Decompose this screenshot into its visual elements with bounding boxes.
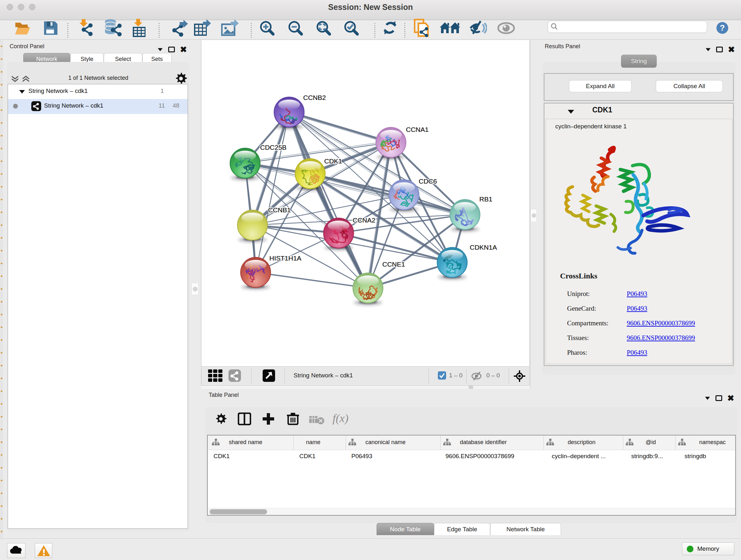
- svg-text:CCNE1: CCNE1: [382, 260, 405, 268]
- svg-text:CCNA1: CCNA1: [406, 126, 428, 133]
- svg-text:CCNA2: CCNA2: [353, 216, 375, 224]
- svg-text:CDC6: CDC6: [419, 178, 437, 185]
- svg-text:CDK1: CDK1: [324, 158, 342, 165]
- svg-text:CDKN1A: CDKN1A: [470, 244, 497, 251]
- svg-text:CDC25B: CDC25B: [260, 144, 286, 151]
- svg-text:CCNB2: CCNB2: [303, 94, 326, 101]
- svg-text:RB1: RB1: [479, 195, 492, 203]
- svg-text:HIST1H1A: HIST1H1A: [269, 254, 301, 262]
- svg-text:CCNB1: CCNB1: [268, 206, 291, 213]
